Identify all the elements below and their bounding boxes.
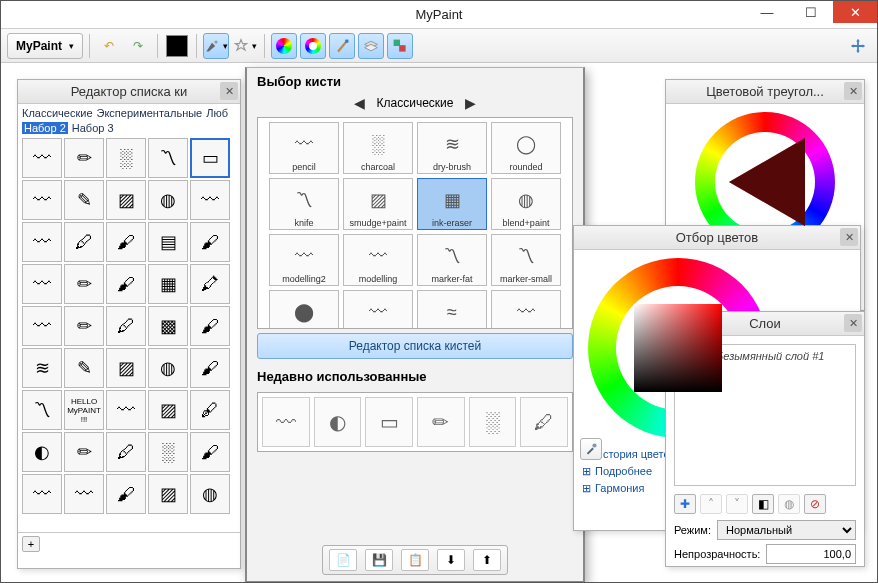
next-category-button[interactable]: ▶ (465, 95, 476, 111)
delete-layer-button[interactable]: ⊘ (804, 494, 826, 514)
brush-set-tabs[interactable]: Классические Экспериментальные Люб (18, 104, 240, 119)
add-brush-button[interactable]: + (22, 536, 40, 552)
brush-thumb[interactable]: ▤ (148, 222, 188, 262)
brush-item[interactable]: 〽marker-fat (417, 234, 487, 286)
recent-brush[interactable]: ◐ (314, 397, 362, 447)
recent-brush[interactable]: ▭ (365, 397, 413, 447)
brush-thumb[interactable]: ✎ (64, 180, 104, 220)
merge-layer-button[interactable]: ◍ (778, 494, 800, 514)
brush-item[interactable]: 〰pointy-ink (491, 290, 561, 329)
add-layer-button[interactable]: ✚ (674, 494, 696, 514)
brush-thumb[interactable]: 〰 (64, 474, 104, 514)
plugin-button[interactable] (232, 33, 258, 59)
brush-thumb[interactable]: ▨ (148, 390, 188, 430)
recent-brush[interactable]: ░ (469, 397, 517, 447)
brush-thumb[interactable]: ░ (106, 138, 146, 178)
brush-thumb[interactable]: 〰 (22, 264, 62, 304)
brush-item[interactable]: ◍blend+paint (491, 178, 561, 230)
brush-thumb[interactable]: ▨ (106, 348, 146, 388)
brush-thumb[interactable]: 〰 (190, 180, 230, 220)
open-brush-editor-button[interactable]: Редактор списка кистей (257, 333, 573, 359)
shapes-button[interactable] (387, 33, 413, 59)
app-menu-button[interactable]: MyPaint (7, 33, 83, 59)
brush-thumb[interactable]: 〰 (22, 180, 62, 220)
brush-icon-button[interactable] (329, 33, 355, 59)
brush-item[interactable]: ▨smudge+paint (343, 178, 413, 230)
maximize-button[interactable]: ☐ (789, 1, 833, 23)
brush-item-selected[interactable]: ▦ink-eraser (417, 178, 487, 230)
brush-tab-selected[interactable]: Набор 2 (22, 122, 68, 134)
recent-brush[interactable]: 〰 (262, 397, 310, 447)
brush-item[interactable]: 〽marker-small (491, 234, 561, 286)
brush-thumb[interactable]: 🖊 (64, 222, 104, 262)
brush-thumb[interactable]: ✏ (64, 264, 104, 304)
brush-item[interactable]: 〰modelling2 (269, 234, 339, 286)
brush-thumb[interactable]: ▩ (148, 306, 188, 346)
save-button[interactable]: 💾 (365, 549, 393, 571)
brush-thumb[interactable]: ▨ (106, 180, 146, 220)
brush-thumb[interactable]: 〰 (22, 474, 62, 514)
brush-thumb[interactable]: 〰 (106, 390, 146, 430)
brush-item[interactable]: 〰pencil (269, 122, 339, 174)
brush-thumb[interactable]: 🖌 (190, 348, 230, 388)
recent-brush[interactable]: 🖊 (520, 397, 568, 447)
panel-close-button[interactable]: ✕ (844, 314, 862, 332)
sv-square[interactable] (634, 304, 722, 392)
panel-close-button[interactable]: ✕ (840, 228, 858, 246)
brush-thumb[interactable]: 🖌 (106, 474, 146, 514)
brush-item[interactable]: 〽knife (269, 178, 339, 230)
brush-tab[interactable]: Люб (206, 107, 228, 119)
brush-thumb[interactable]: ✏ (64, 138, 104, 178)
brush-thumb[interactable]: 🖋 (190, 390, 230, 430)
brush-thumb[interactable]: ░ (148, 432, 188, 472)
brush-thumb[interactable]: ◍ (148, 180, 188, 220)
brush-tool-button[interactable] (203, 33, 229, 59)
redo-button[interactable]: ↷ (125, 33, 151, 59)
color-ring-button[interactable] (300, 33, 326, 59)
brush-thumb[interactable]: ◐ (22, 432, 62, 472)
color-swatch[interactable] (164, 33, 190, 59)
layers-button[interactable] (358, 33, 384, 59)
brush-thumb[interactable]: 🖌 (106, 222, 146, 262)
brush-thumb[interactable]: HELLOMyPAINT!!! (64, 390, 104, 430)
import-button[interactable]: ⬇ (437, 549, 465, 571)
color-ring-full-button[interactable] (271, 33, 297, 59)
brush-tab[interactable]: Классические (22, 107, 93, 119)
layer-up-button[interactable]: ˄ (700, 494, 722, 514)
recent-brush[interactable]: ✏ (417, 397, 465, 447)
brush-thumb[interactable]: 〰 (22, 306, 62, 346)
brush-thumb[interactable]: ✏ (64, 432, 104, 472)
brush-thumb[interactable]: ▨ (148, 474, 188, 514)
blend-mode-select[interactable]: Нормальный (717, 520, 856, 540)
brush-thumb-selected[interactable]: ▭ (190, 138, 230, 178)
export-button[interactable]: ⬆ (473, 549, 501, 571)
brush-thumb[interactable]: 〽 (22, 390, 62, 430)
brush-thumb[interactable]: 〰 (22, 138, 62, 178)
brush-thumb[interactable]: ≋ (22, 348, 62, 388)
brush-item[interactable]: ≈slow-ink (417, 290, 487, 329)
move-tool-button[interactable] (845, 33, 871, 59)
undo-button[interactable]: ↶ (96, 33, 122, 59)
duplicate-layer-button[interactable]: ◧ (752, 494, 774, 514)
brush-thumb[interactable]: ✏ (64, 306, 104, 346)
brush-thumb[interactable]: 🖌 (106, 264, 146, 304)
panel-header[interactable]: Цветовой треугол... ✕ (666, 80, 864, 104)
copy-button[interactable]: 📋 (401, 549, 429, 571)
brush-thumb[interactable]: 🖌 (190, 306, 230, 346)
panel-close-button[interactable]: ✕ (844, 82, 862, 100)
brush-thumb[interactable]: 〰 (22, 222, 62, 262)
brush-thumb[interactable]: ◍ (148, 348, 188, 388)
brush-thumb[interactable]: 〽 (148, 138, 188, 178)
layer-down-button[interactable]: ˅ (726, 494, 748, 514)
brush-thumb[interactable]: ✎ (64, 348, 104, 388)
brush-thumb[interactable]: 🖊 (106, 432, 146, 472)
brush-tab[interactable]: Экспериментальные (97, 107, 203, 119)
opacity-input[interactable] (766, 544, 856, 564)
panel-close-button[interactable]: ✕ (220, 82, 238, 100)
brush-item[interactable]: ≋dry-brush (417, 122, 487, 174)
brush-thumb[interactable]: 🖌 (190, 222, 230, 262)
brush-thumb[interactable]: ▦ (148, 264, 188, 304)
brush-item[interactable]: 〰pen (343, 290, 413, 329)
eyedropper-button[interactable] (580, 438, 602, 460)
brush-item[interactable]: ░charcoal (343, 122, 413, 174)
